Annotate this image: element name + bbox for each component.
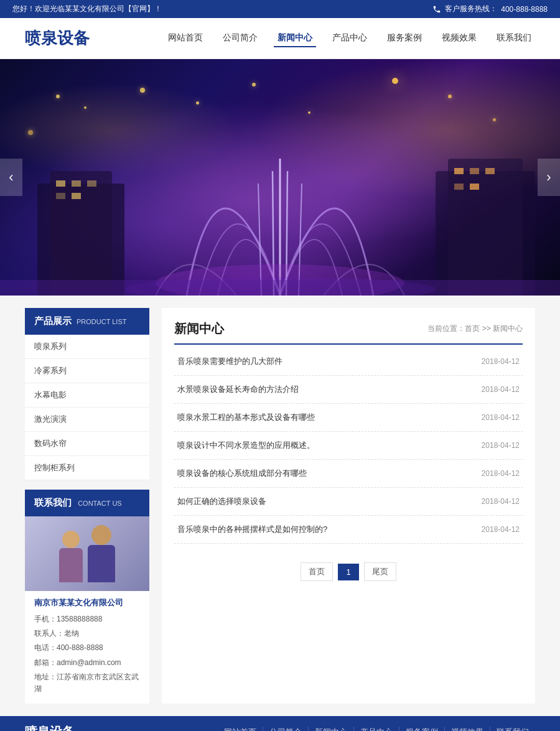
carousel-next-button[interactable]: ›	[538, 159, 560, 196]
footer-link-news[interactable]: 新闻中心	[309, 727, 354, 731]
pagination-first[interactable]: 首页	[301, 562, 333, 581]
svg-rect-2	[56, 180, 65, 187]
pagination: 首页 1 尾页	[174, 556, 523, 581]
contact-email: 邮箱：admin@admin.com	[34, 657, 140, 669]
footer-link-cases[interactable]: 服务案例	[399, 727, 445, 731]
footer-link-contact[interactable]: 联系我们	[490, 727, 535, 731]
footer-link-video[interactable]: 视频效果	[445, 727, 490, 731]
footer-nav-links: 网站首页 公司简介 新闻中心 产品中心 服务案例 视频效果 联系我们	[218, 727, 535, 731]
sidebar-product-section: 产品展示 PRODUCT LIST 喷泉系列 冷雾系列 水幕电影 激光演演 数码…	[25, 308, 149, 480]
news-item-date-7: 2018-04-12	[482, 525, 520, 534]
news-item-title-5: 喷泉设备的核心系统组成部分有哪些	[177, 468, 307, 479]
news-list: 音乐喷泉需要维护的几大部件 2018-04-12 水景喷泉设备延长寿命的方法介绍…	[174, 348, 523, 544]
news-item-date-1: 2018-04-12	[482, 357, 520, 366]
news-item-3[interactable]: 喷泉水景工程的基本形式及设备有哪些 2018-04-12	[174, 404, 523, 432]
sidebar-product-subtitle: PRODUCT LIST	[77, 318, 126, 325]
sidebar-item-digital[interactable]: 数码水帘	[25, 432, 149, 456]
nav-item-home[interactable]: 网站首页	[164, 30, 207, 47]
news-item-date-2: 2018-04-12	[482, 385, 520, 394]
svg-rect-9	[454, 168, 464, 174]
svg-rect-4	[87, 180, 96, 187]
svg-rect-1	[50, 171, 112, 296]
nav-item-about[interactable]: 公司简介	[219, 30, 261, 47]
sidebar-product-header: 产品展示 PRODUCT LIST	[25, 308, 149, 335]
nav-item-products[interactable]: 产品中心	[329, 30, 371, 47]
hero-banner: ‹ ›	[0, 59, 560, 296]
footer-logo: 喷泉设备	[25, 724, 75, 731]
svg-rect-11	[485, 168, 495, 174]
sidebar-item-fountain[interactable]: 喷泉系列	[25, 335, 149, 359]
svg-rect-10	[470, 168, 479, 174]
sidebar-contact-info: 南京市某某文化有限公司 手机：13588888888 联系人：老纳 电话：400…	[25, 591, 149, 704]
header: 喷泉设备 网站首页 公司简介 新闻中心 产品中心 服务案例 视频效果 联系我们	[0, 18, 560, 59]
news-item-date-3: 2018-04-12	[482, 413, 520, 422]
news-item-4[interactable]: 喷泉设计中不同水景造型的应用概述。 2018-04-12	[174, 432, 523, 460]
contact-mobile: 手机：13588888888	[34, 613, 140, 625]
news-item-title-4: 喷泉设计中不同水景造型的应用概述。	[177, 440, 315, 451]
footer-link-home[interactable]: 网站首页	[218, 727, 263, 731]
topbar-phone-label: 客户服务热线：	[445, 4, 497, 14]
nav-item-news[interactable]: 新闻中心	[274, 30, 316, 47]
sidebar-item-waterscreen[interactable]: 水幕电影	[25, 383, 149, 407]
logo[interactable]: 喷泉设备	[25, 27, 90, 49]
contact-person: 联系人：老纳	[34, 628, 140, 640]
nav-item-cases[interactable]: 服务案例	[383, 30, 426, 47]
svg-rect-5	[56, 193, 65, 199]
contact-company-name[interactable]: 南京市某某文化有限公司	[34, 597, 140, 608]
svg-rect-3	[72, 180, 81, 187]
news-item-title-6: 如何正确的选择喷泉设备	[177, 496, 266, 507]
fountain-svg	[0, 59, 560, 296]
news-item-7[interactable]: 音乐喷泉中的各种摇摆样式是如何控制的? 2018-04-12	[174, 516, 523, 544]
sidebar-contact-section: 联系我们 CONTACT US 南京市某某文化有限公司	[25, 490, 149, 704]
news-title: 新闻中心	[174, 320, 224, 337]
news-item-date-5: 2018-04-12	[482, 469, 520, 478]
sidebar-product-title: 产品展示	[34, 315, 72, 327]
phone-icon	[432, 5, 441, 14]
nav-item-video[interactable]: 视频效果	[438, 30, 480, 47]
breadcrumb: 当前位置：首页 >> 新闻中心	[427, 324, 523, 334]
sidebar-contact-header: 联系我们 CONTACT US	[25, 490, 149, 516]
contact-image	[25, 516, 149, 591]
footer-link-about[interactable]: 公司简介	[263, 727, 309, 731]
main-nav: 网站首页 公司简介 新闻中心 产品中心 服务案例 视频效果 联系我们	[164, 30, 535, 47]
breadcrumb-text: 当前位置：首页 >> 新闻中心	[427, 324, 523, 333]
news-item-2[interactable]: 水景喷泉设备延长寿命的方法介绍 2018-04-12	[174, 376, 523, 404]
news-item-title-7: 音乐喷泉中的各种摇摆样式是如何控制的?	[177, 524, 327, 535]
svg-rect-21	[0, 280, 560, 296]
news-item-5[interactable]: 喷泉设备的核心系统组成部分有哪些 2018-04-12	[174, 460, 523, 488]
news-item-title-1: 音乐喷泉需要维护的几大部件	[177, 356, 282, 367]
sidebar-contact-subtitle: CONTACT US	[78, 500, 122, 507]
news-item-title-2: 水景喷泉设备延长寿命的方法介绍	[177, 384, 299, 395]
sidebar-contact-title: 联系我们	[34, 497, 72, 508]
main-content: 产品展示 PRODUCT LIST 喷泉系列 冷雾系列 水幕电影 激光演演 数码…	[0, 296, 560, 716]
footer-nav: 喷泉设备 网站首页 公司简介 新闻中心 产品中心 服务案例 视频效果 联系我们	[0, 716, 560, 731]
sidebar: 产品展示 PRODUCT LIST 喷泉系列 冷雾系列 水幕电影 激光演演 数码…	[25, 308, 149, 704]
svg-rect-12	[454, 184, 464, 190]
topbar-phone: 客户服务热线： 400-888-8888	[432, 4, 548, 14]
news-item-date-6: 2018-04-12	[482, 497, 520, 506]
news-section: 新闻中心 当前位置：首页 >> 新闻中心 音乐喷泉需要维护的几大部件 2018-…	[162, 308, 535, 704]
contact-address: 地址：江苏省南京市玄武区玄武湖	[34, 671, 140, 695]
svg-rect-6	[72, 193, 81, 199]
news-header: 新闻中心 当前位置：首页 >> 新闻中心	[174, 320, 523, 345]
news-item-6[interactable]: 如何正确的选择喷泉设备 2018-04-12	[174, 488, 523, 516]
svg-rect-8	[448, 159, 523, 296]
nav-item-contact[interactable]: 联系我们	[493, 30, 535, 47]
topbar: 您好！欢迎光临某某文化有限公司【官网】！ 客户服务热线： 400-888-888…	[0, 0, 560, 18]
contact-phone: 电话：400-888-8888	[34, 642, 140, 654]
footer-link-products[interactable]: 产品中心	[354, 727, 399, 731]
svg-rect-13	[470, 184, 479, 190]
news-item-1[interactable]: 音乐喷泉需要维护的几大部件 2018-04-12	[174, 348, 523, 376]
sidebar-item-laser[interactable]: 激光演演	[25, 407, 149, 432]
topbar-greeting: 您好！欢迎光临某某文化有限公司【官网】！	[12, 4, 162, 14]
pagination-current[interactable]: 1	[338, 564, 358, 580]
news-item-date-4: 2018-04-12	[482, 441, 520, 450]
topbar-phone-number: 400-888-8888	[501, 5, 548, 14]
sidebar-item-mist[interactable]: 冷雾系列	[25, 359, 149, 383]
carousel-prev-button[interactable]: ‹	[0, 159, 22, 196]
news-item-title-3: 喷泉水景工程的基本形式及设备有哪些	[177, 412, 315, 423]
pagination-last[interactable]: 尾页	[364, 562, 396, 581]
sidebar-item-cabinet[interactable]: 控制柜系列	[25, 456, 149, 480]
